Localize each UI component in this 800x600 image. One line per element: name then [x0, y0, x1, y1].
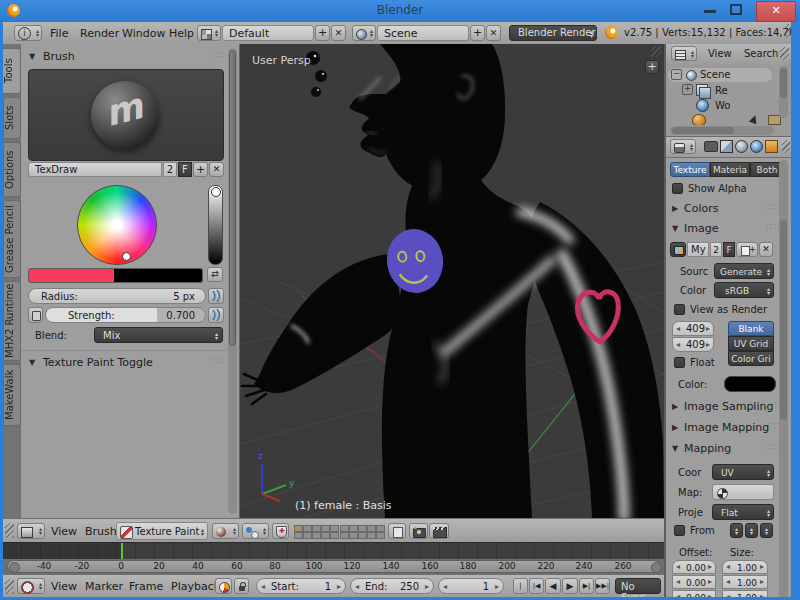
tab-options[interactable]: Options [3, 142, 21, 197]
current-frame-field[interactable]: ◂ 1 ▸ [438, 578, 504, 594]
pivot-point-select[interactable]: ▴▾ [242, 523, 269, 539]
outliner-hscrollbar[interactable] [670, 126, 774, 135]
unlink-brush-button[interactable]: ✕ [209, 162, 224, 177]
outliner-menu-view[interactable]: View [708, 48, 732, 59]
viewport-corner-grip[interactable] [651, 46, 662, 57]
decrement-arrow-icon[interactable]: ◂ [355, 582, 359, 591]
open-properties-region-button[interactable]: + [645, 60, 659, 74]
close-button[interactable]: ✕ [756, 1, 796, 22]
add-brush-button[interactable]: + [193, 162, 208, 177]
image-height-field[interactable]: ◂ 409 ▸ [672, 337, 714, 352]
delete-scene-button[interactable]: ✕ [486, 25, 501, 41]
decrement-arrow-icon[interactable]: ◂ [726, 577, 730, 586]
size-y-field[interactable]: ◂ 1.00 ▸ [722, 575, 768, 589]
color-wheel-cursor[interactable] [122, 252, 131, 261]
panel-expand-icon[interactable]: ▼ [29, 52, 35, 61]
collapse-icon[interactable]: − [671, 69, 682, 80]
layers-group-1[interactable] [294, 525, 337, 537]
viewport-3d[interactable]: z y User Persp (1) female : Basis + [240, 44, 664, 518]
tab-tools[interactable]: Tools [3, 48, 21, 94]
image-color-swatch[interactable] [724, 376, 776, 392]
colorspace-select[interactable]: sRGB ▴▾ [714, 282, 774, 298]
generated-type-blank[interactable]: Blank [728, 321, 774, 336]
add-scene-button[interactable]: + [470, 25, 485, 41]
corner-grip[interactable] [780, 47, 789, 60]
header-grip[interactable] [5, 579, 14, 594]
outliner-item-label[interactable]: Re [715, 85, 728, 96]
outliner-row-world[interactable]: Wo [682, 98, 786, 112]
tab-grease-pencil[interactable]: Grease Pencil [3, 200, 21, 278]
menu-window[interactable]: Window [122, 27, 165, 40]
properties-vscrollbar[interactable] [779, 160, 788, 600]
radius-pressure-button[interactable] [208, 288, 224, 304]
scene-name-field[interactable]: Scene [377, 25, 469, 41]
unlink-image-button[interactable]: ✕ [759, 242, 773, 257]
blend-select[interactable]: Mix ▴▾ [94, 327, 223, 343]
fake-user-button[interactable]: F [178, 162, 192, 177]
offset-y-field[interactable]: ◂ 0.00 ▸ [672, 575, 716, 589]
jump-prev-keyframe-button[interactable]: |◀ [529, 578, 544, 594]
brush-users-button[interactable]: 2 [163, 162, 177, 177]
tab-scene-icon[interactable] [735, 140, 748, 153]
swap-colors-button[interactable]: ⇄ [207, 267, 223, 282]
maximize-button[interactable] [730, 4, 742, 15]
increment-arrow-icon[interactable]: ▸ [706, 340, 710, 349]
increment-arrow-icon[interactable]: ▸ [337, 582, 341, 591]
strength-pressure-button[interactable] [208, 307, 224, 323]
slot-tab-texture[interactable]: Texture [670, 162, 710, 177]
value-slider[interactable] [208, 185, 223, 265]
tab-mhx2-runtime[interactable]: MHX2 Runtime [3, 281, 21, 361]
from-axis-x-stepper[interactable]: ▴▾ [730, 523, 743, 538]
expand-icon[interactable]: + [682, 84, 693, 95]
scene-icon-button[interactable]: ▴▾ [352, 25, 376, 41]
panel-collapsed-icon[interactable]: ▶ [672, 204, 678, 213]
minimize-button[interactable] [704, 10, 716, 13]
outliner-row-partial[interactable] [682, 113, 786, 125]
viewport-shading-select[interactable]: ▴▾ [212, 523, 239, 539]
background-color-swatch[interactable] [114, 268, 203, 283]
tab-makewalk[interactable]: MakeWalk [3, 364, 21, 426]
value-slider-handle[interactable] [211, 187, 221, 197]
generated-type-color-grid[interactable]: Color Gri [728, 351, 774, 366]
show-alpha-checkbox[interactable] [672, 183, 683, 194]
radius-slider[interactable]: Radius: 5 px [28, 288, 206, 304]
frame-start-field[interactable]: ◂ Start: 1 ▸ [256, 578, 346, 594]
decrement-arrow-icon[interactable]: ◂ [676, 577, 680, 586]
delete-layout-button[interactable]: ✕ [331, 25, 346, 41]
tab-object-icon[interactable] [765, 140, 778, 153]
image-width-field[interactable]: ◂ 409 ▸ [672, 321, 714, 336]
brush-preview[interactable]: m [28, 69, 224, 161]
scrollbar-thumb[interactable] [672, 127, 734, 134]
jump-next-keyframe-button[interactable]: ▶| [579, 578, 594, 594]
use-preview-range-button[interactable] [215, 578, 232, 594]
brush-name-field[interactable]: TexDraw [28, 162, 162, 177]
size-x-field[interactable]: ◂ 1.00 ▸ [722, 560, 768, 574]
panel-collapsed-icon[interactable]: ▶ [672, 423, 678, 432]
decrement-arrow-icon[interactable]: ◂ [676, 324, 680, 333]
increment-arrow-icon[interactable]: ▸ [706, 324, 710, 333]
jump-to-start-button[interactable]: |◀◀ [513, 578, 528, 594]
play-reverse-button[interactable]: ◀ [545, 578, 561, 594]
scene-lock-button[interactable] [388, 523, 406, 539]
image-users-button[interactable]: 2 [710, 242, 722, 257]
decrement-arrow-icon[interactable]: ◂ [726, 562, 730, 571]
menu-render[interactable]: Render [80, 27, 119, 40]
editor-type-properties-button[interactable]: ▴▾ [670, 139, 696, 154]
foreground-color-swatch[interactable] [28, 268, 116, 283]
source-select[interactable]: Generate ▴▾ [714, 263, 774, 279]
header-grip[interactable] [5, 523, 14, 538]
corner-grip[interactable] [782, 140, 790, 153]
decrement-arrow-icon[interactable]: ◂ [261, 582, 265, 591]
unified-strength-button[interactable] [28, 307, 43, 323]
tab-render-icon[interactable] [704, 141, 718, 152]
new-image-button[interactable]: + [736, 242, 758, 257]
generated-type-uv-grid[interactable]: UV Grid [728, 336, 774, 351]
outliner-item-label[interactable]: Wo [715, 100, 730, 111]
editor-type-3dview-button[interactable]: ▴▾ [17, 523, 45, 539]
scrubber-bar[interactable] [7, 560, 661, 573]
menu-file[interactable]: File [50, 27, 68, 40]
frame-end-field[interactable]: ◂ End: 250 ▸ [350, 578, 434, 594]
projection-select[interactable]: Flat ▴▾ [712, 504, 774, 520]
tab-slots[interactable]: Slots [3, 97, 21, 139]
image-browse-button[interactable] [670, 242, 686, 257]
